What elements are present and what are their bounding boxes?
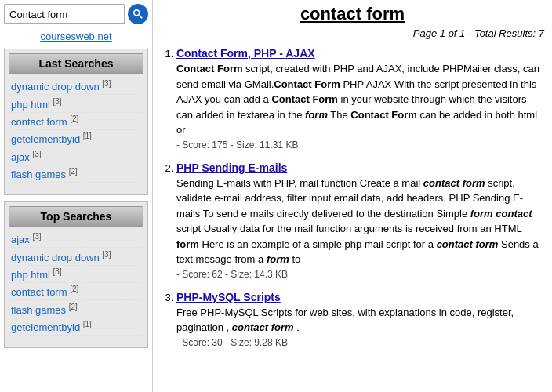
result-score: - Score: 30 - Size: 9.28 KB	[176, 337, 544, 348]
top-search-item[interactable]: flash games [2]	[9, 300, 143, 318]
last-search-item[interactable]: php html [3]	[9, 95, 143, 112]
last-searches-list: dynamic drop down [3]php html [3]contact…	[9, 78, 143, 183]
search-icon	[133, 9, 143, 20]
result-title[interactable]: PHP Sending E-mails	[176, 162, 287, 174]
last-search-link[interactable]: ajax [3]	[11, 151, 42, 163]
top-search-item[interactable]: getelementbyid [1]	[9, 318, 143, 336]
result-item: PHP-MySQL ScriptsFree PHP-MySQL Scripts …	[176, 291, 544, 348]
top-search-item[interactable]: dynamic drop down [3]	[9, 248, 143, 265]
last-search-link[interactable]: getelementbyid [1]	[11, 133, 92, 145]
last-search-item[interactable]: getelementbyid [1]	[9, 130, 143, 147]
top-search-item[interactable]: php html [3]	[9, 266, 143, 283]
last-search-link[interactable]: contact form [2]	[11, 116, 78, 128]
top-search-link[interactable]: getelementbyid [1]	[11, 321, 92, 333]
site-link[interactable]: coursesweb.net	[4, 31, 148, 42]
result-item: PHP Sending E-mailsSending E-mails with …	[176, 162, 544, 280]
top-searches-header: Top Searches	[9, 206, 143, 227]
last-search-item[interactable]: ajax [3]	[9, 147, 143, 165]
sidebar: coursesweb.net Last Searches dynamic dro…	[0, 0, 153, 392]
last-searches-section: Last Searches dynamic drop down [3]php h…	[4, 49, 148, 195]
result-title[interactable]: Contact Form, PHP - AJAX	[176, 47, 315, 60]
search-box-row	[4, 4, 148, 24]
last-search-link[interactable]: flash games [2]	[11, 169, 78, 180]
top-search-link[interactable]: ajax [3]	[11, 234, 42, 245]
top-search-link[interactable]: flash games [2]	[11, 304, 78, 316]
svg-line-1	[139, 15, 142, 18]
result-description: Free PHP-MySQL Scripts for web sites, wi…	[176, 305, 544, 336]
result-item: Contact Form, PHP - AJAXContact Form scr…	[176, 47, 544, 151]
top-search-item[interactable]: ajax [3]	[9, 230, 143, 248]
last-search-item[interactable]: contact form [2]	[9, 113, 143, 130]
search-input[interactable]	[4, 4, 125, 24]
result-score: - Score: 62 - Size: 14.3 KB	[176, 269, 544, 280]
last-search-item[interactable]: flash games [2]	[9, 165, 143, 183]
top-search-item[interactable]: contact form [2]	[9, 283, 143, 300]
result-description: Sending E-mails with PHP, mail function …	[176, 176, 544, 267]
svg-point-0	[134, 10, 140, 16]
last-search-item[interactable]: dynamic drop down [3]	[9, 78, 143, 95]
last-searches-header: Last Searches	[9, 53, 143, 74]
top-searches-list: ajax [3]dynamic drop down [3]php html [3…	[9, 230, 143, 336]
results-list: Contact Form, PHP - AJAXContact Form scr…	[161, 47, 544, 348]
search-button[interactable]	[128, 4, 148, 24]
result-title[interactable]: PHP-MySQL Scripts	[176, 291, 281, 303]
top-search-link[interactable]: php html [3]	[11, 269, 62, 281]
result-description: Contact Form script, created with PHP an…	[176, 61, 544, 138]
page-title: contact form	[161, 4, 544, 24]
top-search-link[interactable]: contact form [2]	[11, 286, 78, 298]
top-searches-section: Top Searches ajax [3]dynamic drop down […	[4, 201, 148, 348]
last-search-link[interactable]: php html [3]	[11, 99, 62, 111]
main-content: contact form Page 1 of 1 - Total Results…	[153, 0, 552, 392]
top-search-link[interactable]: dynamic drop down [3]	[11, 252, 111, 263]
result-score: - Score: 175 - Size: 11.31 KB	[176, 140, 544, 151]
last-search-link[interactable]: dynamic drop down [3]	[11, 81, 111, 93]
results-info: Page 1 of 1 - Total Results: 7	[161, 27, 544, 39]
